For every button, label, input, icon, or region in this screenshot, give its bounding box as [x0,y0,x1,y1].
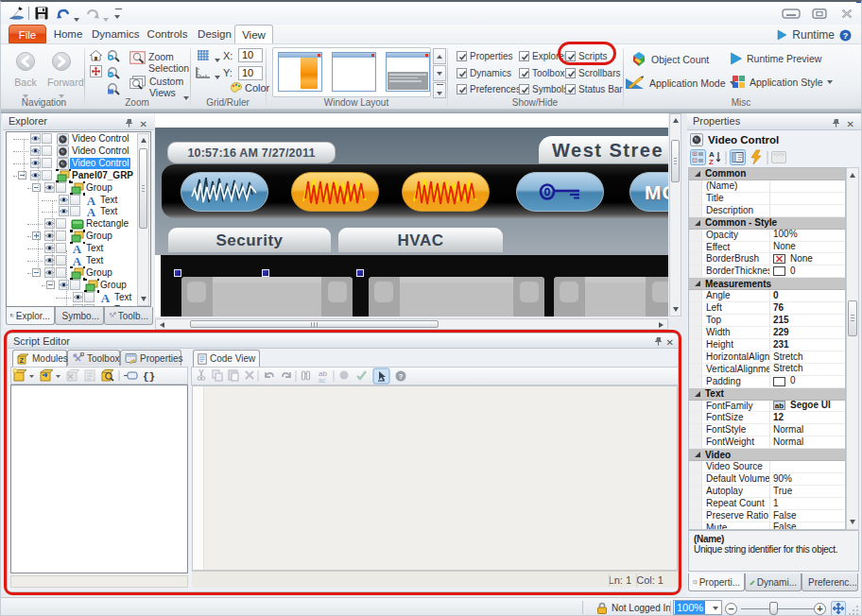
selection-handle[interactable] [356,269,364,277]
hmi-button-mo[interactable]: MO [629,172,668,212]
tab-design[interactable]: Design [196,25,233,43]
grid-x-input[interactable]: 10 [238,48,263,62]
property-row-left[interactable]: Left 76 [689,302,845,315]
object-count-button[interactable]: Object Count [630,51,709,68]
grid-dropdown-arrow[interactable] [215,53,220,64]
tree-checkbox[interactable] [70,206,80,216]
property-row-horizontalalignr[interactable]: HorizontalAlignr Stretch [689,351,845,364]
visibility-eye-icon[interactable] [59,280,69,290]
tree-expander[interactable] [32,231,41,240]
layout-thumb-plain[interactable] [332,52,376,92]
property-row-opacity[interactable]: Opacity 100% [689,230,845,242]
checkbox-scrollbars[interactable]: Scrollbars [565,68,620,78]
zoom-slider-thumb[interactable] [769,602,778,615]
checkbox-properties[interactable]: Properties [457,51,513,61]
forward-dropdown-arrow[interactable] [59,89,64,100]
checkbox-dynamics[interactable]: Dynamics [457,68,511,78]
redo-dropdown-arrow[interactable] [103,12,109,24]
grid-y-input[interactable]: 10 [238,66,263,80]
property-row-angle[interactable]: Angle 0 [689,290,845,302]
canvas-horizontal-scrollbar[interactable] [155,318,668,330]
property-row--name-[interactable]: (Name) [689,180,845,193]
selection-handle[interactable] [174,269,181,277]
scrollbar-down-arrow[interactable] [673,307,679,312]
explorer-tab-symbo[interactable]: Symbo... [55,307,104,325]
visibility-eye-icon[interactable] [30,158,41,168]
undo-dropdown-arrow[interactable] [74,12,79,24]
tree-checkbox[interactable] [56,231,66,241]
properties-scrollbar[interactable] [846,167,859,530]
tab-code-view[interactable]: Code View [193,350,260,367]
property-row-video-source[interactable]: Video Source [689,461,845,473]
home-icon[interactable] [90,50,102,61]
hmi-button-trend-blue[interactable] [181,172,268,212]
modules-list[interactable] [10,385,188,573]
ruler-icon[interactable] [196,66,211,78]
grid-icon[interactable] [197,49,210,61]
maximize-button[interactable] [810,9,831,19]
zoom-box-icon[interactable] [107,82,120,95]
visibility-eye-icon[interactable] [44,243,55,253]
script-tab-modules[interactable]: ZModules [12,350,67,367]
property-row-preserve-ratio[interactable]: Preserve Ratio False [689,510,845,522]
gallery-down-button[interactable] [433,65,446,81]
properties-tab-dynami[interactable]: Dynami... [745,573,802,591]
scrollbar-right-arrow[interactable] [659,322,664,328]
code-editor-area[interactable] [192,385,678,571]
visibility-eye-icon[interactable] [30,145,41,156]
hmi-button-trend-orange[interactable] [402,172,490,212]
properties-tab-properti[interactable]: Properti... [688,573,745,591]
checkbox-toolbox[interactable]: Toolbox [519,68,564,78]
zoom-selection-icon[interactable] [129,51,146,65]
color-palette-icon[interactable] [231,82,242,93]
hmi-button-key[interactable] [516,172,604,212]
scrollbar-up-arrow[interactable] [141,138,147,143]
canvas-vertical-scrollbar[interactable] [669,113,681,317]
tree-checkbox[interactable] [84,292,95,302]
login-status[interactable]: Not Logged In [612,603,671,613]
properties-tab-preferenc[interactable]: Preferenc... [802,573,858,591]
property-row-fontsize[interactable]: FontSize 12 [689,412,845,424]
tree-checkbox[interactable] [70,195,80,205]
explorer-tab-explor[interactable]: Explor... [6,307,55,325]
application-mode-button[interactable]: Application Mode [625,75,735,91]
property-row-fontstyle[interactable]: FontStyle Normal [689,424,845,436]
tree-expander[interactable] [46,281,55,289]
zoom-selection-button[interactable]: Zoom Selection [148,51,189,74]
visibility-eye-icon[interactable] [44,231,55,241]
zoom-out-icon[interactable] [107,66,120,79]
undo-icon[interactable] [56,7,70,20]
script-editor-close-icon[interactable]: ✕ [666,334,674,351]
property-row-title[interactable]: Title [689,193,845,205]
scrollbar-up-arrow[interactable] [850,173,855,178]
property-row-borderbrush[interactable]: BorderBrush None [689,253,845,265]
property-row-mute[interactable]: Mute False [689,522,845,530]
properties-pin-icon[interactable] [832,116,840,132]
back-dropdown-arrow[interactable] [23,89,28,100]
tree-checkbox[interactable] [56,255,66,265]
tree-checkbox[interactable] [56,243,66,253]
quick-access-chevron[interactable] [114,9,122,21]
explorer-pin-icon[interactable] [125,116,133,132]
save-icon[interactable] [35,7,48,20]
selection-handle[interactable] [262,269,269,277]
zoom-in-button[interactable]: + [814,603,826,615]
scrollbar-down-arrow[interactable] [850,520,855,524]
close-button[interactable] [836,9,857,19]
property-row-fontweight[interactable]: FontWeight Normal [689,436,845,449]
scrollbar-thumb[interactable] [848,300,857,336]
property-row-borderthicknes[interactable]: BorderThicknes 0 [689,265,845,278]
property-row-verticalalignme[interactable]: VerticalAlignme Stretch [689,364,845,376]
tree-expander[interactable] [32,268,41,277]
scrollbar-thumb[interactable] [190,320,439,328]
visibility-eye-icon[interactable] [44,182,55,193]
property-row-height[interactable]: Height 231 [689,339,845,351]
visibility-eye-icon[interactable] [44,255,55,265]
explorer-close-icon[interactable]: ✕ [140,116,147,132]
explorer-tab-toolb[interactable]: Toolb... [104,307,153,325]
gallery-more-button[interactable] [433,82,446,98]
back-button[interactable] [16,52,35,71]
property-category-common-style[interactable]: Common - Style [689,217,845,230]
visibility-eye-icon[interactable] [30,170,41,180]
tree-checkbox[interactable] [42,158,52,168]
